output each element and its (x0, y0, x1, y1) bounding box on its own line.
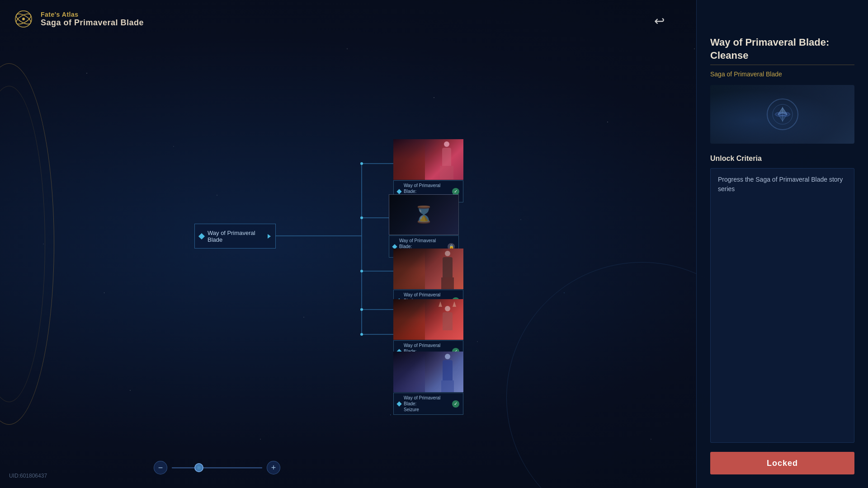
zoom-in-button[interactable]: + (267, 461, 280, 474)
node-tree: Way of Primaveral Blade Way of Primavera… (190, 90, 506, 407)
panel-saga: Saga of Primaveral Blade (710, 70, 854, 78)
story-node-swordspar[interactable]: Way of Primaveral Blade:Swordspar ✓ (393, 139, 466, 202)
panel-image-icon (767, 99, 798, 130)
svg-point-15 (360, 333, 363, 336)
seizure-text: Way of Primaveral Blade:Seizure (404, 395, 449, 413)
uid-label: UID:601806437 (9, 473, 47, 479)
story-node-cleanse[interactable]: ⌛ Way of Primaveral Blade:Cleanse 🔒 (389, 194, 461, 258)
release-image (393, 299, 463, 340)
locked-button[interactable]: Locked (710, 452, 854, 474)
svg-point-13 (360, 270, 363, 272)
seizure-image (393, 352, 463, 392)
zoom-track[interactable] (172, 467, 262, 469)
right-panel: Way of Primaveral Blade: Cleanse Saga of… (696, 0, 868, 488)
zoom-track-line (172, 467, 262, 468)
zoom-thumb[interactable] (194, 463, 203, 472)
root-node-label: Way of Primaveral Blade (208, 230, 264, 243)
svg-point-14 (360, 308, 363, 311)
panel-divider (710, 65, 854, 65)
svg-point-12 (360, 216, 363, 219)
root-node[interactable]: Way of Primaveral Blade (194, 224, 276, 249)
panel-criteria: Progress the Saga of Primaveral Blade st… (710, 168, 854, 443)
cleanse-ability-icon (771, 103, 794, 126)
seizure-diamond (396, 401, 401, 406)
rhetoric-image (393, 249, 463, 289)
root-node-diamond (198, 233, 205, 239)
story-node-seizure[interactable]: Way of Primaveral Blade:Seizure ✓ (393, 352, 466, 415)
swordspar-image (393, 139, 463, 180)
zoom-out-button[interactable]: − (154, 461, 167, 474)
panel-image (710, 85, 854, 144)
svg-point-11 (360, 162, 363, 165)
zoom-controls: − + (154, 461, 280, 474)
main-content: Way of Primaveral Blade Way of Primavera… (0, 0, 696, 488)
seizure-check: ✓ (452, 400, 459, 408)
seizure-label: Way of Primaveral Blade:Seizure ✓ (393, 393, 463, 415)
panel-unlock-title: Unlock Criteria (710, 155, 854, 163)
swordspar-diamond (396, 189, 401, 194)
hourglass-icon: ⌛ (414, 205, 434, 224)
root-node-arrow (268, 234, 271, 239)
cleanse-image: ⌛ (389, 194, 459, 235)
panel-title: Way of Primaveral Blade: Cleanse (710, 36, 854, 62)
